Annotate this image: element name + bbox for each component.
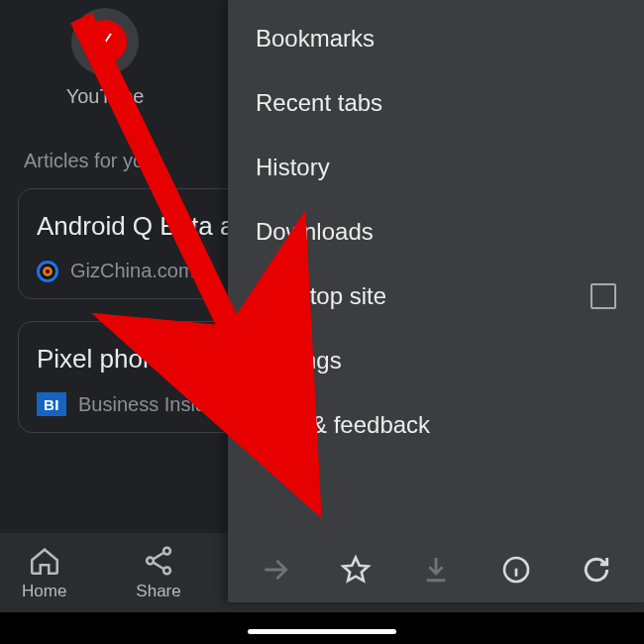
star-icon <box>340 554 372 586</box>
menu-downloads[interactable]: Downloads <box>228 199 644 264</box>
source-icon: BI <box>37 392 66 416</box>
download-icon <box>420 554 452 586</box>
nav-label: Share <box>136 582 180 601</box>
system-bar <box>0 612 644 644</box>
reload-button[interactable] <box>574 547 619 592</box>
source-icon <box>37 261 58 282</box>
checkbox-unchecked-icon[interactable] <box>590 283 616 309</box>
nav-label: Home <box>22 582 66 601</box>
svg-point-0 <box>163 548 170 555</box>
nav-share[interactable]: Share <box>136 544 180 601</box>
forward-button[interactable] <box>253 547 298 592</box>
svg-point-2 <box>163 568 170 575</box>
home-icon <box>28 544 61 578</box>
menu-bottom-bar <box>228 537 644 602</box>
youtube-badge: Y <box>83 20 127 63</box>
reload-icon <box>581 554 612 586</box>
info-button[interactable] <box>493 547 539 592</box>
menu-bookmarks[interactable]: Bookmarks <box>228 6 644 70</box>
menu-help-feedback[interactable]: Help & feedback <box>228 392 644 457</box>
shortcut-icon: Y <box>71 8 139 75</box>
svg-point-1 <box>147 558 154 565</box>
shortcut-youtube[interactable]: Y YouTube <box>55 8 155 108</box>
menu-recent-tabs[interactable]: Recent tabs <box>228 70 644 135</box>
download-button[interactable] <box>413 547 459 592</box>
menu-label: Desktop site <box>256 282 386 310</box>
shortcut-label: YouTube <box>55 85 155 108</box>
bookmark-button[interactable] <box>333 547 378 592</box>
share-icon <box>142 544 175 578</box>
source-name: Business Inside <box>78 393 217 416</box>
nav-home[interactable]: Home <box>22 544 66 601</box>
gesture-handle[interactable] <box>248 629 396 634</box>
source-name: GizChina.com <box>70 260 195 282</box>
menu-settings[interactable]: Settings <box>228 328 644 392</box>
menu-desktop-site[interactable]: Desktop site <box>228 264 644 328</box>
info-icon <box>500 554 532 586</box>
arrow-forward-icon <box>260 554 291 586</box>
overflow-menu: Bookmarks Recent tabs History Downloads … <box>228 0 644 602</box>
menu-history[interactable]: History <box>228 135 644 199</box>
